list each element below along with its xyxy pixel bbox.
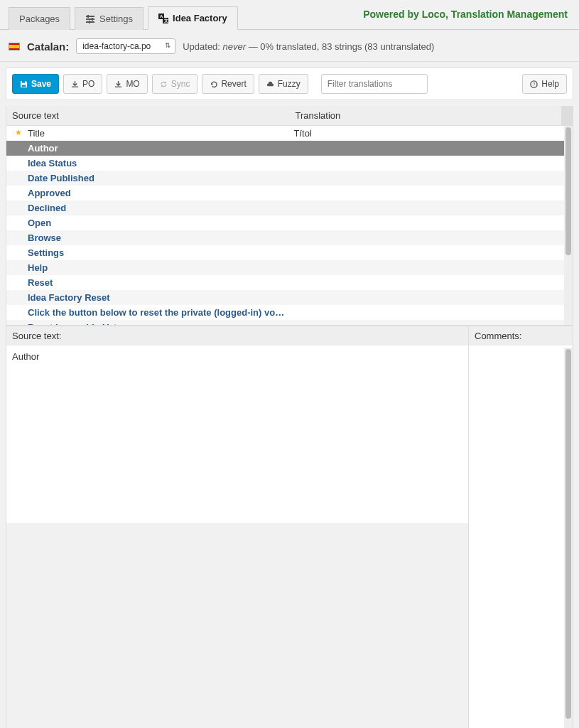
sync-button[interactable]: Sync (152, 74, 198, 94)
table-header: Source text Translation (6, 106, 573, 126)
table-row[interactable]: Idea Status (6, 156, 573, 171)
cell-translation: Títol (290, 126, 562, 141)
comments-pane-header: Comments: (469, 326, 573, 346)
save-label: Save (31, 79, 51, 89)
fuzzy-button[interactable]: Fuzzy (259, 74, 308, 94)
table-row[interactable]: Click the button below to reset the priv… (6, 305, 573, 320)
cell-source: Settings (6, 245, 290, 260)
table-row[interactable]: Browse (6, 230, 573, 245)
revert-button[interactable]: Revert (202, 74, 254, 94)
svg-text:?: ? (533, 82, 536, 87)
cell-source: Date Published (6, 171, 290, 186)
cell-translation (290, 275, 562, 290)
col-translation[interactable]: Translation (289, 106, 561, 125)
comments-pane: Comments: (468, 326, 573, 728)
status-suffix: — 0% translated, 83 strings (83 untransl… (246, 41, 434, 52)
download-icon (114, 80, 122, 88)
flag-icon (9, 43, 20, 50)
tab-packages[interactable]: Packages (9, 7, 70, 30)
cell-source: Reset Logged-in Votes (6, 320, 290, 325)
cell-source: Open (6, 215, 290, 230)
powered-by-link[interactable]: Powered by Loco, Translation Management (363, 9, 568, 20)
save-button[interactable]: Save (12, 74, 59, 94)
cell-source: Idea Status (6, 156, 290, 171)
locale-bar: Catalan: idea-factory-ca.po Updated: nev… (0, 30, 579, 62)
fuzzy-label: Fuzzy (278, 79, 301, 89)
help-button[interactable]: ? Help (522, 74, 567, 94)
svg-rect-4 (92, 18, 93, 21)
svg-text:A: A (160, 14, 163, 18)
col-source[interactable]: Source text (6, 106, 289, 125)
table-row[interactable]: TitleTítol (6, 126, 573, 141)
table-row[interactable]: Settings (6, 245, 573, 260)
detail-panes: Source text: Author Comments: (6, 326, 573, 728)
tab-idea-factory[interactable]: A文 Idea Factory (148, 6, 238, 30)
cell-translation (290, 320, 562, 325)
source-pane-header: Source text: (6, 326, 468, 346)
cell-translation (290, 245, 562, 260)
cell-translation (290, 290, 562, 305)
scrollbar-thumb[interactable] (566, 127, 571, 255)
download-icon (71, 80, 79, 88)
tab-idea-factory-label: Idea Factory (173, 13, 227, 23)
cell-translation (290, 260, 562, 275)
revert-icon (210, 80, 217, 88)
table-row[interactable]: Help (6, 260, 573, 275)
svg-rect-11 (22, 85, 26, 87)
table-row[interactable]: Idea Factory Reset (6, 290, 573, 305)
cell-source: Declined (6, 200, 290, 215)
filter-input[interactable] (321, 74, 428, 94)
cell-source: Click the button below to reset the priv… (6, 305, 290, 320)
translation-table: Source text Translation TitleTítolAuthor… (6, 106, 573, 326)
translate-icon: A文 (158, 14, 168, 23)
table-row[interactable]: Date Published (6, 171, 573, 186)
cell-translation (290, 186, 562, 200)
locale-name: Catalan: (27, 41, 69, 53)
save-icon (20, 80, 28, 88)
cell-source: Approved (6, 186, 290, 200)
file-select-value: idea-factory-ca.po (82, 41, 151, 51)
table-body: TitleTítolAuthorIdea StatusDate Publishe… (6, 126, 573, 325)
mo-label: MO (126, 79, 139, 89)
svg-rect-0 (86, 16, 94, 17)
scrollbar[interactable] (564, 348, 573, 728)
update-status: Updated: never — 0% translated, 83 strin… (183, 41, 434, 52)
tab-settings[interactable]: Settings (75, 7, 144, 30)
help-icon: ? (530, 80, 538, 88)
po-button[interactable]: PO (63, 74, 102, 94)
scrollbar[interactable] (564, 126, 573, 325)
scrollbar-thumb[interactable] (566, 349, 571, 719)
svg-rect-10 (22, 80, 26, 82)
cell-source: Reset (6, 275, 290, 290)
toolbar: Save PO MO Sync Revert Fuzzy ? Help (6, 68, 573, 100)
sync-label: Sync (171, 79, 190, 89)
po-label: PO (82, 79, 94, 89)
tab-bar: Packages Settings A文 Idea Factory Powere… (0, 0, 579, 30)
status-em: never (223, 41, 247, 52)
source-pane-body: Author (6, 346, 468, 523)
svg-rect-3 (87, 15, 89, 18)
table-row[interactable]: Author (6, 141, 573, 156)
table-row[interactable]: Reset (6, 275, 573, 290)
svg-text:文: 文 (163, 18, 168, 23)
tab-packages-label: Packages (19, 14, 60, 24)
svg-rect-5 (89, 21, 90, 23)
cell-translation (290, 230, 562, 245)
tab-settings-label: Settings (99, 14, 133, 24)
table-row[interactable]: Declined (6, 200, 573, 215)
revert-label: Revert (221, 79, 246, 89)
table-row[interactable]: Approved (6, 186, 573, 200)
cell-source: Help (6, 260, 290, 275)
cell-source: Author (6, 141, 290, 156)
cell-translation (290, 156, 562, 171)
cell-source: Title (6, 126, 290, 141)
table-row[interactable]: Reset Logged-in Votes (6, 320, 573, 325)
cloud-icon (266, 80, 274, 88)
comments-pane-body[interactable] (469, 346, 573, 728)
source-pane: Source text: Author (6, 326, 468, 728)
svg-rect-1 (86, 18, 94, 20)
cell-source: Idea Factory Reset (6, 290, 290, 305)
mo-button[interactable]: MO (107, 74, 147, 94)
file-select[interactable]: idea-factory-ca.po (76, 38, 175, 54)
table-row[interactable]: Open (6, 215, 573, 230)
